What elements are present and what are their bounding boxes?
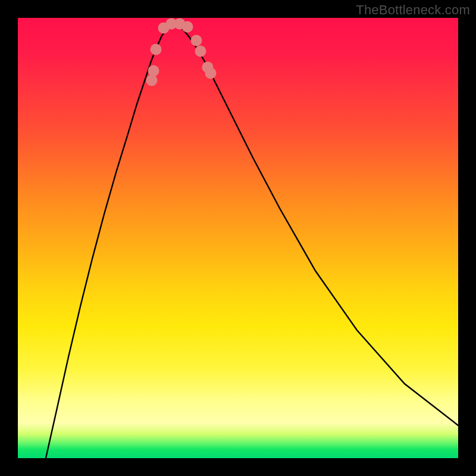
marker-dot [151, 44, 162, 55]
marker-dot [146, 75, 158, 86]
marker-dot [205, 68, 217, 79]
marker-dot [182, 21, 193, 33]
marker-dot [148, 65, 159, 77]
watermark-text: TheBottleneck.com [356, 2, 470, 18]
chart-frame: TheBottleneck.com [0, 0, 476, 476]
bottleneck-curve [46, 25, 458, 458]
highlight-markers [146, 18, 217, 86]
chart-svg [18, 18, 458, 458]
marker-dot [195, 46, 206, 57]
plot-area [18, 18, 458, 458]
marker-dot [191, 35, 202, 46]
